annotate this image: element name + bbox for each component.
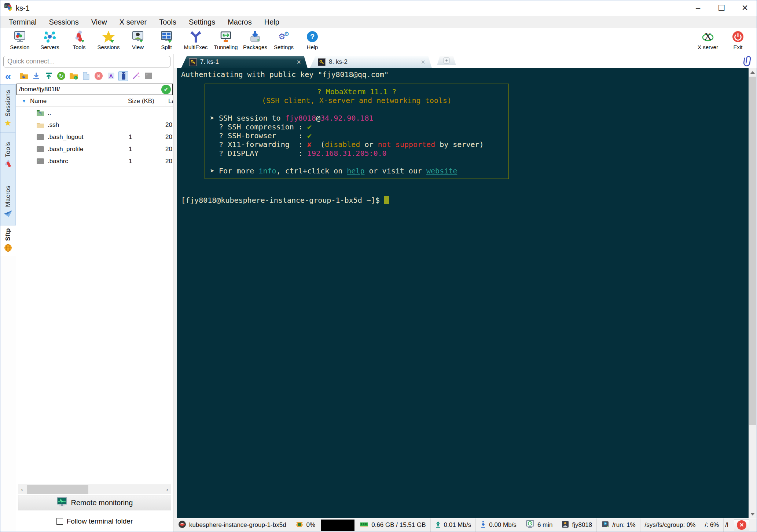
svg-text:+: + <box>75 76 77 80</box>
scrollbar-thumb[interactable] <box>749 77 756 425</box>
sync-browser-icon[interactable] <box>118 71 128 81</box>
close-button[interactable]: ✕ <box>733 1 757 15</box>
file-table-header: ▼Name Size (KB) La <box>16 96 173 107</box>
file-row-parent[interactable]: ↰.. <box>16 107 173 119</box>
follow-terminal-folder-checkbox[interactable] <box>56 518 63 525</box>
terminal-column: 7. ks-1 × 8. ks-2 × + <box>174 54 757 532</box>
menu-xserver[interactable]: X server <box>113 16 153 28</box>
terminal-screen[interactable]: Authenticating with public key "fjy8018@… <box>177 68 749 518</box>
help-link[interactable]: help <box>347 166 364 175</box>
toolbar-settings-button[interactable]: ⚙⚙ Settings <box>269 29 298 50</box>
toolbar-help-button[interactable]: ? Help <box>298 29 327 50</box>
website-link[interactable]: website <box>426 166 457 175</box>
file-row-ssh[interactable]: .ssh 20 <box>16 119 173 131</box>
toolbar-tools-button[interactable]: + Tools <box>65 29 93 50</box>
status-clipped-item: /l <box>724 518 733 532</box>
cpu-icon <box>295 520 304 530</box>
new-file-icon[interactable] <box>81 71 91 81</box>
sidebar-tab-tools[interactable]: Tools <box>0 133 16 179</box>
svg-text:A: A <box>109 73 113 79</box>
tunneling-icon <box>219 30 233 44</box>
menu-help[interactable]: Help <box>258 16 286 28</box>
new-folder-icon[interactable]: + <box>69 71 78 81</box>
follow-terminal-folder-row: Follow terminal folder <box>16 511 173 532</box>
sidebar-collapse-button[interactable]: « <box>0 68 16 84</box>
close-tab-icon[interactable]: × <box>419 58 427 66</box>
scroll-left-icon[interactable]: ‹ <box>18 486 26 492</box>
close-tab-icon[interactable]: × <box>295 58 302 66</box>
toolbar-xserver-button[interactable]: X X server <box>693 29 723 50</box>
sftp-horizontal-scrollbar[interactable]: ‹ › <box>18 484 171 494</box>
status-download-speed: 0.00 Mb/s <box>476 518 521 532</box>
minimize-button[interactable]: – <box>686 1 710 15</box>
tab-ks-2[interactable]: 8. ks-2 × <box>310 56 432 68</box>
tab-ks-1[interactable]: 7. ks-1 × <box>181 56 308 68</box>
refresh-icon[interactable]: ↻ <box>56 71 66 81</box>
folder-up-icon[interactable] <box>19 71 29 81</box>
sessions-star-icon <box>102 30 115 44</box>
terminal-icon[interactable]: > <box>143 71 153 81</box>
monitoring-icon <box>56 497 67 509</box>
menu-terminal[interactable]: Terminal <box>3 16 43 28</box>
sidebar-tab-sftp[interactable]: Sftp <box>0 225 16 256</box>
toolbar-packages-button[interactable]: Packages <box>241 29 269 50</box>
toolbar-session-button[interactable]: Session <box>5 29 35 50</box>
file-row-bashrc[interactable]: >_.bashrc 1 20 <box>16 155 173 167</box>
menu-sessions[interactable]: Sessions <box>43 16 85 28</box>
scroll-down-icon[interactable] <box>749 510 757 518</box>
toolbar-exit-button[interactable]: Exit <box>723 29 753 50</box>
drive-icon <box>601 521 609 530</box>
new-tab-button[interactable]: + <box>437 56 456 65</box>
toolbar-split-button[interactable]: Split <box>152 29 181 50</box>
file-row-bash-profile[interactable]: >_.bash_profile 1 20 <box>16 143 173 155</box>
scrollbar-thumb[interactable] <box>27 485 88 494</box>
menu-macros[interactable]: Macros <box>221 16 258 28</box>
ssh-key-icon <box>189 58 197 66</box>
status-disk-root: /: 6% <box>700 518 724 532</box>
menu-settings[interactable]: Settings <box>183 16 221 28</box>
toolbar-sessions-button[interactable]: Sessions <box>93 29 124 50</box>
ssh-browser-line: ? SSH-browser : ✔ <box>210 131 503 140</box>
upload-icon[interactable] <box>44 71 54 81</box>
close-red-icon: ✕ <box>737 520 746 530</box>
tree-collapse-icon[interactable]: ▼ <box>22 98 26 104</box>
terminal-cursor <box>384 196 389 204</box>
delete-icon[interactable]: ✕ <box>93 71 103 81</box>
remote-monitoring-button[interactable]: Remote monitoring <box>18 495 171 510</box>
terminal-scrollbar[interactable] <box>749 68 757 518</box>
menu-view[interactable]: View <box>85 16 113 28</box>
sftp-toolbar: ↻ + ✕ A <box>16 68 173 84</box>
rename-icon[interactable]: A <box>106 71 116 81</box>
menu-tools[interactable]: Tools <box>153 16 183 28</box>
mobaxterm-window: >_ ks-1 – ☐ ✕ Terminal Sessions View X s… <box>0 0 757 532</box>
toolbar-servers-button[interactable]: Servers <box>35 29 65 50</box>
toolbar-multiexec-button[interactable]: MultiExec <box>181 29 211 50</box>
download-icon[interactable] <box>31 71 41 81</box>
column-header-last[interactable]: La <box>165 96 173 106</box>
sftp-path-row: ✔ <box>16 84 173 96</box>
terminal-auth-line: Authenticating with public key "fjy8018@… <box>181 70 749 79</box>
toolbar-view-button[interactable]: View <box>124 29 152 50</box>
status-uptime: 6 min <box>521 518 558 532</box>
path-valid-check-icon[interactable]: ✔ <box>161 85 171 94</box>
main-toolbar: Session Servers + Tools Sessions View <box>0 28 757 54</box>
left-panel: « Sessions ★ Tools Macros <box>0 54 174 532</box>
maximize-button[interactable]: ☐ <box>710 1 733 15</box>
file-row-bash-logout[interactable]: >_.bash_logout 1 20 <box>16 131 173 143</box>
quick-connect-input[interactable] <box>3 56 170 67</box>
folder-up-green-icon: ↰ <box>36 110 44 116</box>
scroll-up-icon[interactable] <box>749 68 757 76</box>
sidebar-tab-sessions[interactable]: Sessions ★ <box>0 84 16 133</box>
scroll-right-icon[interactable]: › <box>163 486 171 492</box>
toolbar-tunneling-button[interactable]: Tunneling <box>211 29 241 50</box>
folder-icon <box>36 122 44 128</box>
wand-icon[interactable]: ✦✦ <box>131 71 141 81</box>
statusbar-close-button[interactable]: ✕ <box>734 519 749 531</box>
column-header-size[interactable]: Size (KB) <box>124 96 165 106</box>
uptime-clock-icon <box>526 520 534 530</box>
sidebar-tab-macros[interactable]: Macros <box>0 179 16 225</box>
paperclip-icon[interactable] <box>743 55 753 68</box>
sftp-path-input[interactable] <box>17 86 161 93</box>
sidebar-filler <box>0 256 16 532</box>
column-header-name[interactable]: ▼Name <box>16 96 124 106</box>
